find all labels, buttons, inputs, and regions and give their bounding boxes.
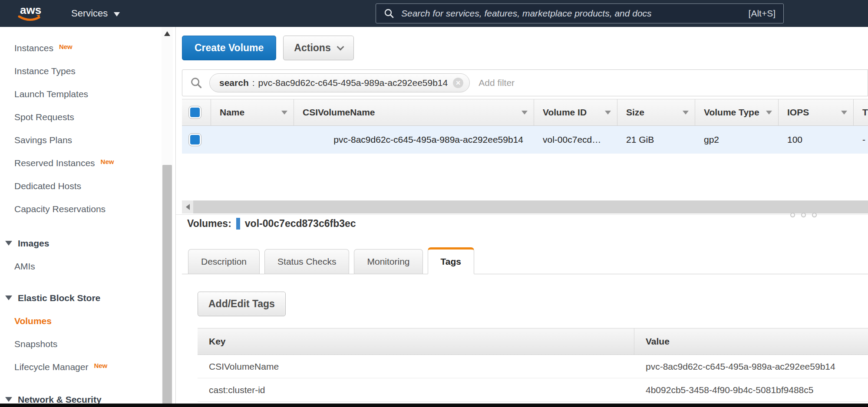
sort-icon [605,111,611,115]
filter-tag-separator: : [252,78,255,88]
sidebar-section-images[interactable]: Images [0,232,175,255]
tab-status-checks[interactable]: Status Checks [264,249,349,274]
sort-icon [766,111,772,115]
actions-button[interactable]: Actions [283,36,353,60]
filter-bar[interactable]: search : pvc-8ac9d62c-c645-495a-989a-ac2… [182,69,868,96]
cell-volume-id: vol-00c7ecd… [534,126,617,154]
add-filter-input[interactable]: Add filter [479,78,515,88]
scroll-left-icon[interactable] [182,200,193,213]
section-collapse-icon [5,295,12,300]
tag-key: CSIVolumeName [198,355,634,378]
sidebar-item-launch-templates[interactable]: Launch Templates [0,82,175,105]
panel-resize-handle[interactable] [790,213,817,217]
search-icon [384,8,394,19]
sort-icon [841,111,847,115]
new-badge: New [101,158,114,165]
sidebar-item-amis[interactable]: AMIs [0,255,175,278]
main-content: Create Volume Actions search : pvc-8ac9d… [176,27,868,407]
filter-tag[interactable]: search : pvc-8ac9d62c-c645-495a-989a-ac2… [209,73,470,92]
search-shortcut-hint: [Alt+S] [749,8,776,19]
sidebar-scrollbar-thumb[interactable] [162,165,172,407]
select-all-checkbox[interactable] [189,106,201,118]
cell-name [211,126,294,154]
tags-table: Key Value CSIVolumeName pvc-8ac9d62c-c64… [198,328,868,402]
volumes-toolbar: Create Volume Actions [182,36,354,60]
tags-table-header: Key Value [198,328,868,355]
tag-key: cast:cluster-id [198,378,634,401]
cell-csivolumename: pvc-8ac9d62c-c645-495a-989a-ac292ee59b14 [294,126,534,154]
detail-heading: Volumes: vol-00c7ecd873c6fb3ec [187,218,356,230]
scroll-up-icon[interactable] [164,31,170,36]
filter-search-icon [190,77,202,89]
sidebar-item-reserved-instances[interactable]: Reserved Instances New [0,151,175,174]
services-caret-icon [114,12,120,16]
sidebar-section-elastic-block-store[interactable]: Elastic Block Store [0,286,175,309]
sidebar-item-capacity-reservations[interactable]: Capacity Reservations [0,197,175,220]
column-header-size[interactable]: Size [617,99,695,125]
window-bottom-edge [0,404,868,407]
sort-icon [281,111,287,115]
sort-icon [521,111,528,115]
sidebar-item-instance-types[interactable]: Instance Types [0,59,175,82]
sidebar-item-instances[interactable]: Instances New [0,36,175,59]
volumes-table-header: Name CSIVolumeName Volume ID Size Volume… [182,99,868,126]
aws-console-window: aws Services Search for services, featur… [0,0,868,407]
tag-row: CSIVolumeName pvc-8ac9d62c-c645-495a-989… [198,355,868,378]
column-header-iops[interactable]: IOPS [778,99,853,125]
filter-tag-name: search [219,78,249,88]
header-checkbox-cell [182,99,211,125]
tag-value: 4b092cb5-3458-4f90-9b4c-5081bf9488c5 [634,378,868,401]
sort-icon [683,111,689,115]
create-volume-button[interactable]: Create Volume [182,36,276,60]
sidebar-item-dedicated-hosts[interactable]: Dedicated Hosts [0,174,175,197]
sidebar-scrollbar[interactable] [162,27,173,407]
top-nav: aws Services Search for services, featur… [0,0,868,27]
horizontal-scrollbar[interactable] [182,200,868,213]
tab-monitoring[interactable]: Monitoring [354,249,422,274]
sidebar-item-lifecycle-manager[interactable]: Lifecycle Manager New [0,355,175,378]
services-label: Services [71,8,108,19]
detail-tabs: Description Status Checks Monitoring Tag… [182,247,868,274]
column-header-volume-id[interactable]: Volume ID [534,99,617,125]
selection-marker [236,218,240,230]
tags-column-value: Value [634,328,868,354]
add-edit-tags-button[interactable]: Add/Edit Tags [198,292,286,316]
new-badge: New [94,362,107,369]
cell-iops: 100 [778,126,853,154]
cell-volume-type: gp2 [695,126,778,154]
global-search-input[interactable]: Search for services, features, marketpla… [376,3,784,23]
search-placeholder: Search for services, features, marketpla… [401,8,652,19]
remove-filter-icon[interactable]: ✕ [453,78,463,88]
row-checkbox-cell [182,126,211,154]
tags-column-key: Key [198,328,634,354]
column-header-csivolumename[interactable]: CSIVolumeName [294,99,534,125]
column-header-name[interactable]: Name [211,99,294,125]
sidebar-item-spot-requests[interactable]: Spot Requests [0,105,175,128]
horizontal-scrollbar-thumb[interactable] [193,200,868,213]
svg-text:aws: aws [20,3,41,16]
tab-tags[interactable]: Tags [428,247,474,274]
detail-heading-volume-id: vol-00c7ecd873c6fb3ec [245,218,356,230]
ec2-sidebar: Instances New Instance Types Launch Temp… [0,27,176,407]
tag-row: cast:cluster-id 4b092cb5-3458-4f90-9b4c-… [198,378,868,402]
section-collapse-icon [5,241,12,246]
tab-description[interactable]: Description [188,249,260,274]
sidebar-item-volumes[interactable]: Volumes [0,309,175,332]
column-header-volume-type[interactable]: Volume Type [695,99,778,125]
sidebar-item-savings-plans[interactable]: Savings Plans [0,128,175,151]
row-checkbox[interactable] [189,134,201,146]
cell-throughput: - [853,126,868,154]
section-collapse-icon [5,397,12,402]
chevron-down-icon [337,43,344,50]
detail-heading-label: Volumes: [187,218,231,230]
filter-tag-value: pvc-8ac9d62c-c645-495a-989a-ac292ee59b14 [258,78,448,88]
aws-logo-icon[interactable]: aws [17,3,44,23]
panel-divider [176,214,868,215]
services-menu[interactable]: Services [71,8,120,19]
new-badge: New [59,43,73,50]
sidebar-item-snapshots[interactable]: Snapshots [0,332,175,355]
cell-size: 21 GiB [617,126,695,154]
tag-value: pvc-8ac9d62c-c645-495a-989a-ac292ee59b14 [634,355,868,378]
column-header-throughput-truncated[interactable]: T [853,99,868,125]
volume-table-row[interactable]: pvc-8ac9d62c-c645-495a-989a-ac292ee59b14… [182,126,868,154]
